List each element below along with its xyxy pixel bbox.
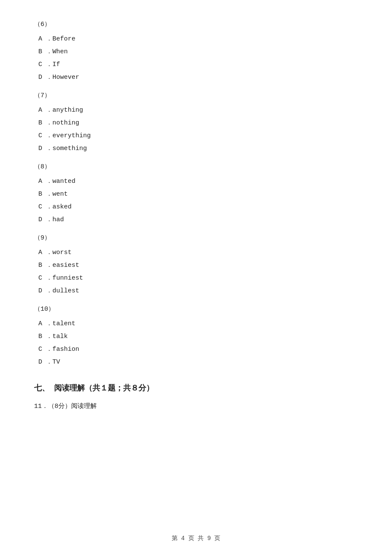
q7-a-text: anything bbox=[52, 107, 83, 114]
question-7-number: （7） bbox=[34, 90, 358, 101]
q8-d-label: D ． bbox=[38, 216, 52, 223]
q7-number-label: （7） bbox=[34, 92, 51, 99]
sub-question-11: 11．（8分）阅读理解 bbox=[34, 400, 358, 413]
q6-d-label: D ． bbox=[38, 74, 52, 81]
q8-d-text: had bbox=[52, 216, 64, 223]
q7-d-text: something bbox=[52, 145, 87, 152]
sub-question-11-text: 11．（8分）阅读理解 bbox=[34, 403, 97, 410]
q7-d-label: D ． bbox=[38, 145, 52, 152]
question-6-number: （6） bbox=[34, 19, 358, 30]
section-7-header: 七、 阅读理解（共１题；共８分） bbox=[34, 381, 358, 396]
q8-b-text: went bbox=[52, 191, 68, 198]
q9-a-label: A ． bbox=[38, 249, 52, 256]
q7-b-label: B ． bbox=[38, 119, 52, 127]
q6-number-label: （6） bbox=[34, 21, 51, 28]
q9-b-text: easiest bbox=[52, 262, 79, 269]
q8-option-c: C ．asked bbox=[38, 201, 358, 214]
q6-d-text: However bbox=[52, 74, 79, 81]
q8-a-label: A ． bbox=[38, 178, 52, 185]
q9-option-d: D ．dullest bbox=[38, 285, 358, 298]
q7-a-label: A ． bbox=[38, 107, 52, 114]
q8-a-text: wanted bbox=[52, 178, 75, 185]
q6-a-text: Before bbox=[52, 35, 75, 43]
q10-c-label: C ． bbox=[38, 346, 52, 353]
q9-option-a: A ．worst bbox=[38, 246, 358, 259]
page-number-text: 第 4 页 共 9 页 bbox=[172, 535, 221, 542]
q8-c-label: C ． bbox=[38, 203, 52, 211]
q6-option-b: B ．When bbox=[38, 46, 358, 58]
q8-b-label: B ． bbox=[38, 191, 52, 198]
q6-c-label: C ． bbox=[38, 61, 52, 68]
q10-number-label: （10） bbox=[34, 306, 55, 313]
q6-b-text: When bbox=[52, 48, 68, 55]
q7-option-a: A ．anything bbox=[38, 104, 358, 117]
q8-c-text: asked bbox=[52, 203, 72, 211]
q9-c-text: funniest bbox=[52, 275, 83, 282]
q10-option-b: B ．talk bbox=[38, 330, 358, 343]
q10-d-label: D ． bbox=[38, 358, 52, 366]
q7-option-b: B ．nothing bbox=[38, 117, 358, 130]
question-9-number: （9） bbox=[34, 232, 358, 244]
q9-c-label: C ． bbox=[38, 275, 52, 282]
q10-d-text: TV bbox=[52, 358, 60, 366]
page-container: （6） A ．Before B ．When C ．If D ．However （… bbox=[0, 0, 392, 555]
q9-d-label: D ． bbox=[38, 287, 52, 295]
q7-c-text: everything bbox=[52, 132, 91, 139]
question-10-number: （10） bbox=[34, 304, 358, 315]
q6-option-d: D ．However bbox=[38, 71, 358, 84]
q7-option-d: D ．something bbox=[38, 142, 358, 155]
q10-a-label: A ． bbox=[38, 320, 52, 327]
q10-option-d: D ．TV bbox=[38, 356, 358, 369]
q7-option-c: C ．everything bbox=[38, 130, 358, 142]
q9-a-text: worst bbox=[52, 249, 72, 256]
q9-number-label: （9） bbox=[34, 234, 51, 242]
q8-number-label: （8） bbox=[34, 163, 51, 171]
q8-option-d: D ．had bbox=[38, 214, 358, 226]
q8-option-a: A ．wanted bbox=[38, 175, 358, 188]
q10-b-label: B ． bbox=[38, 333, 52, 340]
section-7-title: 七、 阅读理解（共１题；共８分） bbox=[34, 384, 154, 393]
q10-option-c: C ．fashion bbox=[38, 343, 358, 356]
q8-option-b: B ．went bbox=[38, 188, 358, 201]
q9-d-text: dullest bbox=[52, 287, 79, 295]
q6-option-c: C ．If bbox=[38, 58, 358, 71]
q10-option-a: A ．talent bbox=[38, 318, 358, 330]
q10-a-text: talent bbox=[52, 320, 75, 327]
q9-b-label: B ． bbox=[38, 262, 52, 269]
q9-option-b: B ．easiest bbox=[38, 259, 358, 272]
q10-c-text: fashion bbox=[52, 346, 79, 353]
q7-c-label: C ． bbox=[38, 132, 52, 139]
q7-b-text: nothing bbox=[52, 119, 79, 127]
q10-b-text: talk bbox=[52, 333, 68, 340]
q6-option-a: A ．Before bbox=[38, 33, 358, 46]
q6-c-text: If bbox=[52, 61, 60, 68]
q6-b-label: B ． bbox=[38, 48, 52, 55]
question-8-number: （8） bbox=[34, 161, 358, 173]
page-footer: 第 4 页 共 9 页 bbox=[0, 535, 392, 542]
q9-option-c: C ．funniest bbox=[38, 272, 358, 285]
q6-a-label: A ． bbox=[38, 35, 52, 43]
